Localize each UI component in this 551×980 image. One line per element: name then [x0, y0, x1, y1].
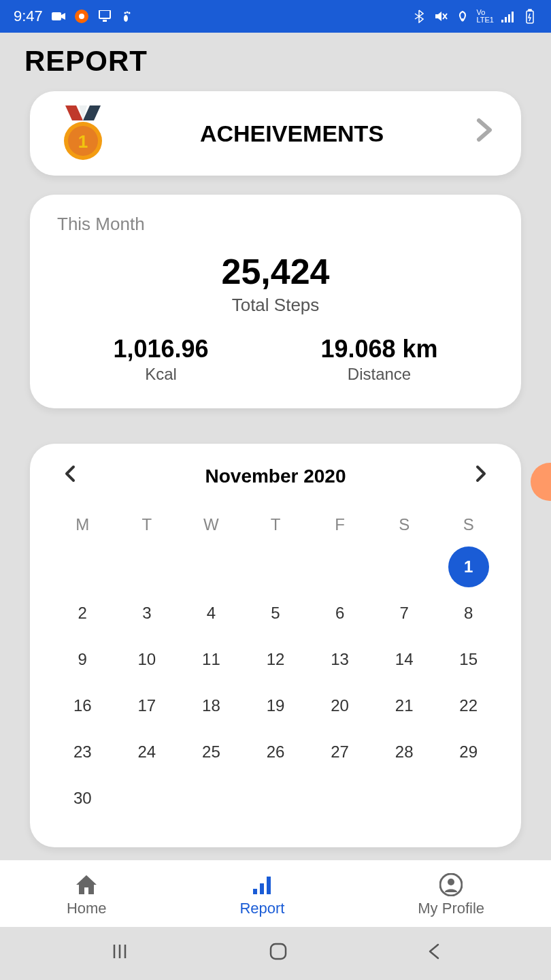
record-icon — [74, 9, 89, 24]
nav-report[interactable]: Report — [239, 872, 284, 917]
day-header: M — [50, 508, 115, 541]
calendar-day[interactable]: 23 — [50, 732, 115, 772]
svg-rect-29 — [271, 944, 286, 959]
cast-icon — [97, 9, 112, 24]
svg-rect-16 — [527, 11, 533, 23]
distance-stat: 19.068 km Distance — [320, 335, 437, 384]
calendar-day[interactable]: 4 — [179, 593, 244, 634]
calendar-day[interactable]: 2 — [50, 593, 115, 634]
wifi-icon — [455, 9, 470, 24]
stats-header: This Month — [57, 214, 494, 235]
calendar-day[interactable]: 13 — [307, 639, 372, 680]
calendar-day[interactable]: 29 — [436, 732, 501, 772]
footprint-icon — [120, 9, 135, 24]
status-right: VoLTE1 — [412, 9, 537, 24]
profile-icon — [439, 872, 463, 897]
calendar-day[interactable]: 22 — [436, 685, 501, 726]
svg-rect-3 — [99, 10, 110, 18]
calendar-day[interactable]: 7 — [372, 593, 437, 634]
calendar-day[interactable]: 25 — [179, 732, 244, 772]
calendar-day[interactable]: 27 — [307, 732, 372, 772]
floating-indicator[interactable] — [531, 463, 551, 501]
calendar-day[interactable]: 26 — [244, 732, 308, 772]
nav-report-label: Report — [239, 900, 284, 917]
calendar-day[interactable]: 9 — [50, 639, 115, 680]
calendar-day[interactable]: 19 — [244, 685, 308, 726]
svg-rect-12 — [501, 20, 503, 22]
nav-profile[interactable]: My Profile — [418, 872, 484, 917]
svg-point-5 — [124, 15, 128, 22]
nav-home[interactable]: Home — [67, 872, 107, 917]
calendar-month: November 2020 — [205, 466, 346, 487]
recent-apps-button[interactable] — [110, 942, 129, 966]
bottom-nav: Home Report My Profile — [0, 860, 551, 927]
total-steps-value: 25,424 — [57, 251, 494, 292]
kcal-stat: 1,016.96 Kcal — [113, 335, 208, 384]
calendar-day[interactable]: 20 — [307, 685, 372, 726]
day-header: W — [179, 508, 244, 541]
calendar-day[interactable]: 10 — [115, 639, 180, 680]
calendar-day[interactable]: 28 — [372, 732, 437, 772]
calendar-day[interactable]: 1 — [436, 546, 501, 587]
day-header: F — [307, 508, 372, 541]
signal-icon — [501, 9, 516, 24]
calendar-day[interactable]: 30 — [50, 778, 115, 819]
calendar-day[interactable]: 12 — [244, 639, 308, 680]
day-header: T — [244, 508, 308, 541]
calendar-day[interactable]: 21 — [372, 685, 437, 726]
svg-rect-0 — [52, 12, 61, 20]
svg-point-25 — [448, 879, 454, 885]
bluetooth-icon — [412, 9, 427, 24]
calendar-next-button[interactable] — [468, 464, 494, 488]
svg-rect-23 — [267, 877, 271, 894]
kcal-label: Kcal — [113, 365, 208, 384]
back-button[interactable] — [427, 942, 441, 966]
mute-icon — [433, 9, 448, 24]
calendar-day[interactable]: 8 — [436, 593, 501, 634]
svg-point-6 — [124, 12, 126, 14]
day-header: T — [115, 508, 180, 541]
calendar-day[interactable]: 14 — [372, 639, 437, 680]
day-header: S — [372, 508, 437, 541]
page-title: REPORT — [0, 33, 551, 84]
calendar-card: November 2020 MTWTFSS1234567891011121314… — [30, 444, 521, 847]
svg-rect-17 — [529, 10, 531, 11]
distance-label: Distance — [320, 365, 437, 384]
svg-rect-14 — [508, 14, 510, 22]
status-time: 9:47 — [14, 7, 43, 25]
home-icon — [74, 872, 99, 897]
calendar-day[interactable]: 3 — [115, 593, 180, 634]
kcal-value: 1,016.96 — [113, 335, 208, 363]
svg-rect-21 — [253, 889, 257, 894]
chevron-right-icon — [473, 115, 495, 152]
status-left: 9:47 — [14, 7, 135, 25]
svg-point-11 — [461, 18, 464, 21]
lte-label: VoLTE1 — [477, 9, 494, 24]
home-button[interactable] — [268, 941, 288, 966]
day-header: S — [436, 508, 501, 541]
nav-home-label: Home — [67, 900, 107, 917]
svg-rect-22 — [260, 883, 264, 894]
calendar-day[interactable]: 17 — [115, 685, 180, 726]
calendar-day[interactable]: 6 — [307, 593, 372, 634]
video-icon — [51, 9, 66, 24]
svg-rect-4 — [103, 20, 107, 22]
calendar-prev-button[interactable] — [57, 464, 83, 488]
status-bar: 9:47 VoLTE1 — [0, 0, 551, 33]
svg-rect-13 — [505, 17, 507, 22]
svg-text:1: 1 — [78, 131, 88, 152]
nav-profile-label: My Profile — [418, 900, 484, 917]
svg-point-7 — [126, 12, 128, 14]
calendar-day[interactable]: 24 — [115, 732, 180, 772]
svg-point-8 — [128, 12, 130, 14]
calendar-day[interactable]: 18 — [179, 685, 244, 726]
calendar-grid: MTWTFSS123456789101112131415161718192021… — [50, 508, 501, 819]
distance-value: 19.068 km — [320, 335, 437, 363]
calendar-day[interactable]: 15 — [436, 639, 501, 680]
system-nav — [0, 927, 551, 980]
calendar-day[interactable]: 11 — [179, 639, 244, 680]
stats-card: This Month 25,424 Total Steps 1,016.96 K… — [30, 195, 521, 408]
calendar-day[interactable]: 16 — [50, 685, 115, 726]
calendar-day[interactable]: 5 — [244, 593, 308, 634]
achievements-card[interactable]: 1 ACHEIVEMENTS — [30, 91, 521, 176]
